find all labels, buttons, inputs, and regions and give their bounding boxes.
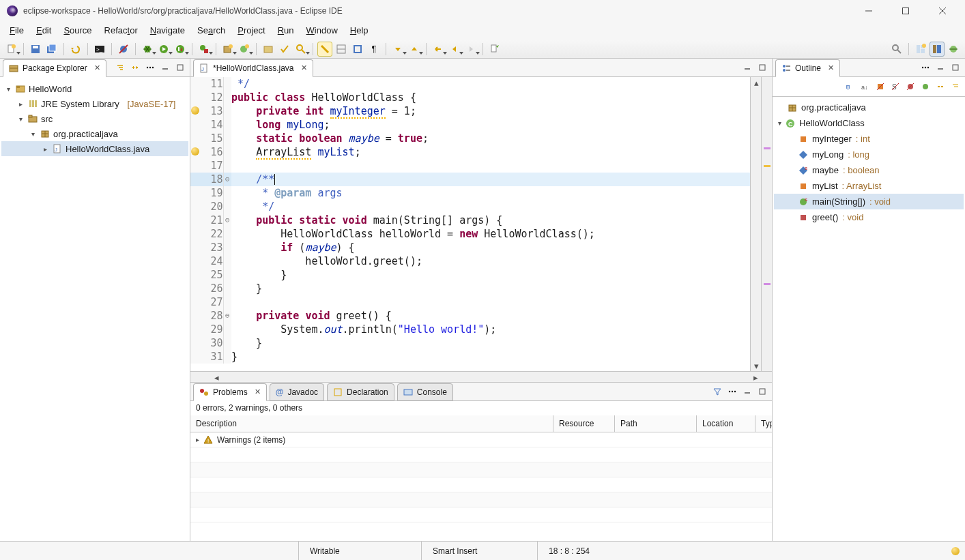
maximize-editor-button[interactable] bbox=[755, 61, 769, 74]
view-menu-button[interactable] bbox=[143, 61, 157, 74]
editor-tab[interactable]: J *HelloWorldClass.java ✕ bbox=[193, 59, 313, 77]
save-all-button[interactable] bbox=[44, 42, 59, 57]
col-path[interactable]: Path bbox=[615, 415, 697, 432]
skip-breakpoints-button[interactable] bbox=[116, 42, 131, 57]
debug-perspective-button[interactable] bbox=[946, 42, 961, 57]
expand-icon[interactable]: ▸ bbox=[16, 100, 25, 108]
problems-table[interactable]: Description Resource Path Location Type … bbox=[190, 415, 772, 541]
code-line[interactable]: 23 if (maybe) { bbox=[190, 241, 750, 254]
declaration-tab[interactable]: Declaration bbox=[327, 383, 394, 401]
outline-member[interactable]: myList : ArrayList bbox=[774, 178, 964, 194]
open-type-button[interactable] bbox=[261, 42, 276, 57]
minimize-editor-button[interactable] bbox=[740, 61, 754, 74]
editor-body[interactable]: 11 */12public class HelloWorldClass {13 … bbox=[190, 77, 772, 382]
code-line[interactable]: 14 long myLong; bbox=[190, 118, 750, 132]
col-resource[interactable]: Resource bbox=[553, 415, 615, 432]
debug-button[interactable] bbox=[140, 42, 155, 57]
menu-file[interactable]: File bbox=[4, 23, 29, 38]
new-package-button[interactable] bbox=[220, 42, 235, 57]
outline-member[interactable]: myInteger : int bbox=[774, 131, 964, 147]
save-button[interactable] bbox=[28, 42, 43, 57]
search-button[interactable] bbox=[293, 42, 308, 57]
menu-search[interactable]: Search bbox=[192, 23, 231, 38]
view-menu-button[interactable] bbox=[725, 385, 739, 398]
close-icon[interactable]: ✕ bbox=[301, 63, 307, 72]
next-annotation-button[interactable] bbox=[390, 42, 405, 57]
close-icon[interactable]: ✕ bbox=[828, 63, 834, 72]
vertical-scrollbar[interactable]: ▴ ▾ bbox=[750, 77, 761, 371]
warnings-group-row[interactable]: ▸ ! Warnings (2 items) bbox=[190, 432, 772, 447]
expand-icon[interactable]: ▸ bbox=[41, 145, 49, 153]
file-node[interactable]: ▸ J HelloWorldClass.java bbox=[1, 141, 188, 156]
maximize-view-button[interactable] bbox=[949, 61, 962, 74]
package-node[interactable]: ▾ org.practicaljava bbox=[1, 126, 188, 141]
outline-class[interactable]: ▾ C HelloWorldClass bbox=[774, 115, 964, 131]
code-line[interactable]: 31} bbox=[190, 350, 750, 364]
javadoc-tab[interactable]: @ Javadoc bbox=[270, 383, 324, 401]
outline-member[interactable]: myLong : long bbox=[774, 147, 964, 162]
new-button[interactable] bbox=[4, 42, 19, 57]
menu-source[interactable]: Source bbox=[58, 23, 97, 38]
maximize-view-button[interactable] bbox=[755, 385, 769, 398]
focus-button[interactable]: Ꚛ bbox=[844, 80, 857, 93]
toggle-block-button[interactable] bbox=[350, 42, 365, 57]
hide-nonpublic-button[interactable] bbox=[904, 80, 917, 93]
code-line[interactable]: 24 helloWorld.greet(); bbox=[190, 254, 750, 268]
expand-icon[interactable]: ▸ bbox=[196, 436, 199, 443]
overview-ruler[interactable] bbox=[761, 77, 772, 371]
maximize-view-button[interactable] bbox=[173, 61, 187, 74]
project-node[interactable]: ▾ HelloWorld bbox=[1, 81, 188, 96]
outline-tab[interactable]: Outline ✕ bbox=[775, 59, 840, 77]
quick-access-button[interactable] bbox=[889, 42, 904, 57]
show-ws-button[interactable]: ¶ bbox=[366, 42, 381, 57]
forward-button[interactable] bbox=[463, 42, 478, 57]
problems-tab[interactable]: Problems ✕ bbox=[193, 383, 267, 401]
pin-button[interactable] bbox=[487, 42, 502, 57]
minimize-button[interactable] bbox=[853, 0, 884, 22]
window-close-button[interactable] bbox=[927, 0, 958, 22]
code-line[interactable]: 15 static boolean maybe = true; bbox=[190, 132, 750, 145]
expand-icon[interactable]: ▾ bbox=[4, 85, 12, 93]
code-line[interactable]: 16 ArrayList myList; bbox=[190, 145, 750, 159]
back-button[interactable] bbox=[447, 42, 462, 57]
code-line[interactable]: 20 */ bbox=[190, 200, 750, 213]
console-tab[interactable]: Console bbox=[397, 383, 453, 401]
col-location[interactable]: Location bbox=[697, 415, 755, 432]
filter-button[interactable] bbox=[710, 385, 724, 398]
open-task-button[interactable] bbox=[277, 42, 292, 57]
expand-icon[interactable]: ▾ bbox=[29, 130, 37, 138]
outline-package[interactable]: org.practicaljava bbox=[774, 100, 964, 115]
package-explorer-tab[interactable]: Package Explorer ✕ bbox=[3, 59, 106, 77]
code-line[interactable]: 11 */ bbox=[190, 77, 750, 91]
outline-member[interactable]: Smain(String[]) : void bbox=[774, 194, 964, 209]
code-line[interactable]: 27 bbox=[190, 295, 750, 309]
code-line[interactable]: 28⊖ private void greet() { bbox=[190, 309, 750, 323]
last-edit-button[interactable] bbox=[431, 42, 446, 57]
col-description[interactable]: Description bbox=[190, 415, 553, 432]
src-node[interactable]: ▾ src bbox=[1, 111, 188, 126]
code-line[interactable]: 30 } bbox=[190, 336, 750, 350]
hide-fields-button[interactable] bbox=[874, 80, 887, 93]
code-line[interactable]: 26 } bbox=[190, 282, 750, 295]
expand-icon[interactable]: ▾ bbox=[16, 115, 25, 123]
code-line[interactable]: 22 HelloWorldClass helloWorld = new Hell… bbox=[190, 227, 750, 241]
code-line[interactable]: 17 bbox=[190, 159, 750, 173]
collapse-all-button[interactable] bbox=[949, 80, 962, 93]
code-line[interactable]: 25 } bbox=[190, 268, 750, 282]
tip-icon[interactable] bbox=[951, 547, 960, 555]
toggle-mark-button[interactable] bbox=[317, 42, 332, 57]
minimize-view-button[interactable] bbox=[934, 61, 947, 74]
maximize-button[interactable] bbox=[890, 0, 921, 22]
package-explorer-tree[interactable]: ▾ HelloWorld ▸ JRE System Library [JavaS… bbox=[0, 77, 190, 541]
code-line[interactable]: 29 System.out.println("Hello world!"); bbox=[190, 323, 750, 336]
expand-icon[interactable]: ▾ bbox=[778, 119, 781, 127]
link-editor-button[interactable] bbox=[128, 61, 142, 74]
code-line[interactable]: 18⊖ /** bbox=[190, 173, 750, 186]
ext-tools-button[interactable] bbox=[197, 42, 212, 57]
undo-button[interactable] bbox=[68, 42, 83, 57]
hide-static-button[interactable]: S bbox=[889, 80, 902, 93]
code-line[interactable]: 21⊖ public static void main(String[] arg… bbox=[190, 213, 750, 227]
minimize-view-button[interactable] bbox=[740, 385, 754, 398]
close-icon[interactable]: ✕ bbox=[94, 63, 100, 72]
link-editor-button[interactable] bbox=[934, 80, 947, 93]
